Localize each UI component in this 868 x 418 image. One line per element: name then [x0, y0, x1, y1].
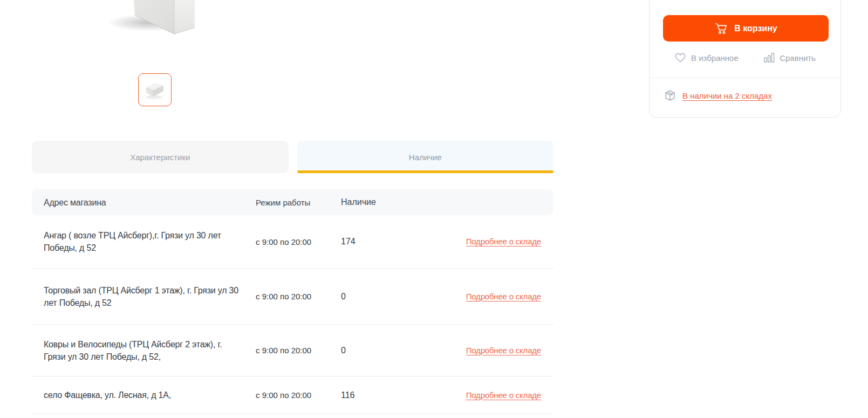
store-address: село Фащевка, ул. Лесная, д 1А, — [32, 389, 256, 401]
store-address: Ковры и Велосипеды (ТРЦ Айсберг 2 этаж),… — [32, 338, 256, 363]
stock-quantity: 0 — [341, 292, 411, 301]
card-divider — [650, 78, 840, 78]
add-to-cart-label: В корзину — [734, 24, 777, 33]
compare-button[interactable]: Сравнить — [764, 51, 816, 65]
product-tabs: Характеристики Наличие — [32, 141, 553, 173]
card-actions-row: В избранное Сравнить — [650, 51, 840, 65]
header-working-hours: Режим работы — [256, 198, 341, 207]
product-thumbnail-selected[interactable] — [138, 73, 172, 106]
stock-quantity: 0 — [341, 346, 411, 355]
header-store-address: Адрес магазина — [32, 196, 256, 209]
warehouse-details-link[interactable]: Подробнее о складе — [466, 346, 541, 355]
package-box-icon — [664, 89, 676, 102]
working-hours: с 9:00 по 20:00 — [256, 292, 341, 301]
table-row: Торговый зал (ТРЦ Айсберг 1 этаж), г. Гр… — [32, 269, 553, 325]
table-row: Ангар ( возле ТРЦ Айсберг),г. Грязи ул 3… — [32, 215, 553, 269]
working-hours: с 9:00 по 20:00 — [256, 390, 341, 400]
tab-availability[interactable]: Наличие — [297, 141, 554, 173]
warehouse-details-link[interactable]: Подробнее о складе — [466, 292, 541, 301]
tab-characteristics[interactable]: Характеристики — [32, 141, 289, 173]
availability-table: Адрес магазина Режим работы Наличие Анга… — [32, 189, 553, 414]
heart-icon — [674, 52, 686, 63]
store-address: Ангар ( возле ТРЦ Айсберг),г. Грязи ул 3… — [32, 229, 256, 254]
table-header-row: Адрес магазина Режим работы Наличие — [32, 189, 553, 215]
table-row: Ковры и Велосипеды (ТРЦ Айсберг 2 этаж),… — [32, 325, 553, 376]
favorites-label: В избранное — [691, 53, 739, 63]
store-address: Торговый зал (ТРЦ Айсберг 1 этаж), г. Гр… — [32, 284, 256, 309]
working-hours: с 9:00 по 20:00 — [256, 237, 341, 246]
add-to-favorites-button[interactable]: В избранное — [674, 51, 739, 65]
tab-characteristics-label: Характеристики — [130, 153, 190, 162]
header-availability: Наличие — [341, 197, 411, 207]
stock-availability-row: В наличии на 2 складах — [664, 89, 772, 102]
cart-icon — [714, 22, 728, 35]
concrete-block-thumbnail-image — [143, 79, 167, 101]
warehouse-details-link[interactable]: Подробнее о складе — [466, 390, 541, 400]
compare-bars-icon — [764, 53, 775, 63]
stock-availability-link[interactable]: В наличии на 2 складах — [682, 91, 772, 100]
stock-quantity: 174 — [341, 237, 411, 246]
warehouse-details-link[interactable]: Подробнее о складе — [466, 237, 541, 246]
product-page: { "product": { "main_image": "white-aera… — [0, 0, 868, 418]
compare-label: Сравнить — [780, 53, 816, 63]
purchase-card: В корзину В избранное Сравнить В наличии… — [649, 0, 841, 118]
concrete-block-image — [102, 0, 200, 47]
table-row: село Фащевка, ул. Лесная, д 1А, с 9:00 п… — [32, 376, 553, 414]
stock-quantity: 116 — [341, 390, 411, 400]
tab-availability-label: Наличие — [409, 153, 442, 162]
add-to-cart-button[interactable]: В корзину — [663, 15, 829, 42]
product-main-image[interactable] — [102, 0, 200, 47]
working-hours: с 9:00 по 20:00 — [256, 346, 341, 355]
